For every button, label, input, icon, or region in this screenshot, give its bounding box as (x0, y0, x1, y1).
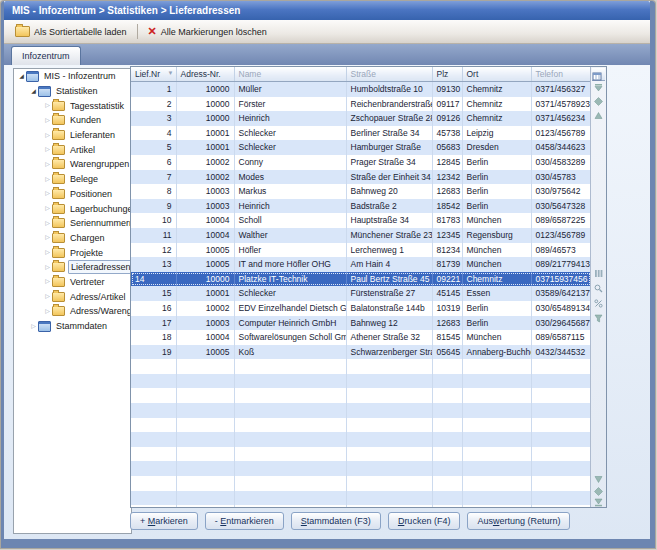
tree-item[interactable]: Lieferanten (14, 128, 131, 143)
cell-name[interactable]: Schlecker (234, 286, 346, 301)
cell-telefon[interactable]: 0432/344532 (531, 345, 590, 360)
cell-strasse[interactable]: Athener Straße 32 (346, 330, 432, 345)
cell-strasse[interactable]: Bahnweg 12 (346, 316, 432, 331)
cell-plz[interactable]: 12683 (432, 184, 462, 199)
cell-strasse[interactable]: Münchener Straße 23 (346, 228, 432, 243)
cell-liefnr[interactable]: 5 (131, 140, 176, 155)
table-row[interactable]: 1 10000 Müller Humboldtstraße 10 09130 C… (131, 82, 590, 97)
table-row[interactable]: 12 10005 Höfler Lerchenweg 1 81234 Münch… (131, 243, 590, 258)
cell-ort[interactable]: Chemnitz (462, 272, 531, 287)
tree-item[interactable]: Lagerbuchungen (14, 201, 131, 216)
cell-liefnr[interactable]: 10 (131, 213, 176, 228)
tree-item[interactable]: Projekte (14, 245, 131, 260)
unmark-button[interactable]: - Entmarkieren (205, 512, 284, 530)
cell-liefnr[interactable]: 15 (131, 286, 176, 301)
tree-expand-icon[interactable] (43, 248, 52, 257)
cell-telefon[interactable]: 0123/456789 (531, 126, 590, 141)
cell-ort[interactable]: Berlin (462, 199, 531, 214)
cell-ort[interactable]: Berlin (462, 316, 531, 331)
column-header[interactable]: Straße (346, 67, 432, 82)
tree-item[interactable]: Warengruppen (14, 157, 131, 172)
cell-name[interactable]: Conny (234, 155, 346, 170)
cell-adressnr[interactable]: 10003 (176, 316, 234, 331)
cell-name[interactable]: Heinrich (234, 199, 346, 214)
cell-liefnr[interactable]: 2 (131, 97, 176, 112)
tree-item[interactable]: Adress/Artikel (14, 289, 131, 304)
cell-name[interactable]: Schlecker (234, 140, 346, 155)
cell-liefnr[interactable]: 1 (131, 82, 176, 97)
cell-ort[interactable]: Dresden (462, 140, 531, 155)
cell-liefnr[interactable]: 7 (131, 170, 176, 185)
cell-telefon[interactable]: 030/29645687 (531, 316, 590, 331)
table-row[interactable]: 15 10001 Schlecker Fürstenstraße 27 4514… (131, 286, 590, 301)
cell-ort[interactable]: Chemnitz (462, 97, 531, 112)
cell-telefon[interactable]: 0458/344623 (531, 140, 590, 155)
cell-strasse[interactable]: Badstraße 2 (346, 199, 432, 214)
cell-adressnr[interactable]: 10000 (176, 272, 234, 287)
cell-plz[interactable]: 09117 (432, 97, 462, 112)
cell-adressnr[interactable]: 10001 (176, 140, 234, 155)
scroll-to-bottom-button[interactable] (594, 498, 603, 507)
tree-expand-icon[interactable] (29, 87, 38, 96)
cell-liefnr[interactable]: 3 (131, 111, 176, 126)
cell-adressnr[interactable]: 10000 (176, 97, 234, 112)
cell-liefnr[interactable]: 12 (131, 243, 176, 258)
cell-telefon[interactable]: 03589/642137 (531, 286, 590, 301)
cell-telefon[interactable]: 0123/456789 (531, 228, 590, 243)
cell-ort[interactable]: Essen (462, 286, 531, 301)
table-row[interactable]: 6 10002 Conny Prager Straße 34 12845 Ber… (131, 155, 590, 170)
cell-name[interactable]: IT and more Höfler OHG (234, 257, 346, 272)
cell-ort[interactable]: München (462, 243, 531, 258)
tree-expand-icon[interactable] (43, 219, 52, 228)
cell-strasse[interactable]: Balatonstraße 144b (346, 301, 432, 316)
tree-expand-icon[interactable] (43, 277, 52, 286)
cell-ort[interactable]: Regensburg (462, 228, 531, 243)
cell-plz[interactable]: 45145 (432, 286, 462, 301)
clear-marks-button[interactable]: ✕ Alle Markierungen löschen (142, 24, 273, 39)
cell-adressnr[interactable]: 10005 (176, 257, 234, 272)
cell-adressnr[interactable]: 10001 (176, 126, 234, 141)
column-header[interactable]: Lief.Nr ▼ (131, 67, 176, 82)
table-row[interactable]: 8 10003 Markus Bahnweg 20 12683 Berlin 0… (131, 184, 590, 199)
cell-plz[interactable]: 09221 (432, 272, 462, 287)
cell-liefnr[interactable]: 4 (131, 126, 176, 141)
tree-item[interactable]: MIS - Infozentrum (14, 69, 131, 84)
tree-item[interactable]: Positionen (14, 187, 131, 202)
table-row[interactable]: 19 10005 Koß Schwarzenberger Straße 0564… (131, 345, 590, 360)
cell-name[interactable]: EDV Einzelhandel Dietsch Gmb (234, 301, 346, 316)
tree-expand-icon[interactable] (43, 307, 52, 316)
cell-plz[interactable]: 09126 (432, 111, 462, 126)
table-row[interactable]: 14 10000 Platzke IT-Technik Paul Bertz S… (131, 272, 590, 287)
cell-name[interactable]: Softwarelösungen Scholl Gmb (234, 330, 346, 345)
cell-telefon[interactable]: 089/46573 (531, 243, 590, 258)
tree-expand-icon[interactable] (43, 145, 52, 154)
cell-ort[interactable]: Chemnitz (462, 82, 531, 97)
cell-liefnr[interactable]: 17 (131, 316, 176, 331)
cell-ort[interactable]: Berlin (462, 184, 531, 199)
tree-expand-icon[interactable] (43, 175, 52, 184)
cell-adressnr[interactable]: 10004 (176, 228, 234, 243)
cell-liefnr[interactable]: 18 (131, 330, 176, 345)
table-row[interactable]: 16 10002 EDV Einzelhandel Dietsch Gmb Ba… (131, 301, 590, 316)
table-row[interactable]: 17 10003 Computer Heinrich GmbH Bahnweg … (131, 316, 590, 331)
tree-item[interactable]: Chargen (14, 231, 131, 246)
cell-telefon[interactable]: 030/4583289 (531, 155, 590, 170)
column-header[interactable]: Name (234, 67, 346, 82)
table-row[interactable]: 5 10001 Schlecker Hamburger Straße 05683… (131, 140, 590, 155)
cell-plz[interactable]: 10319 (432, 301, 462, 316)
cell-plz[interactable]: 12342 (432, 170, 462, 185)
column-chooser-button[interactable] (592, 68, 605, 81)
table-row[interactable]: 11 10004 Walther Münchener Straße 23 123… (131, 228, 590, 243)
cell-adressnr[interactable]: 10002 (176, 301, 234, 316)
cell-adressnr[interactable]: 10002 (176, 170, 234, 185)
tree-item[interactable]: Tagesstatistik (14, 98, 131, 113)
cell-plz[interactable]: 12845 (432, 155, 462, 170)
cell-name[interactable]: Koß (234, 345, 346, 360)
cell-adressnr[interactable]: 10004 (176, 213, 234, 228)
cell-name[interactable]: Computer Heinrich GmbH (234, 316, 346, 331)
cell-liefnr[interactable]: 16 (131, 301, 176, 316)
cell-plz[interactable]: 81739 (432, 257, 462, 272)
cell-telefon[interactable]: 03715937456 (531, 272, 590, 287)
tree-item[interactable]: Adress/Warengruppen (14, 304, 131, 319)
cell-liefnr[interactable]: 8 (131, 184, 176, 199)
